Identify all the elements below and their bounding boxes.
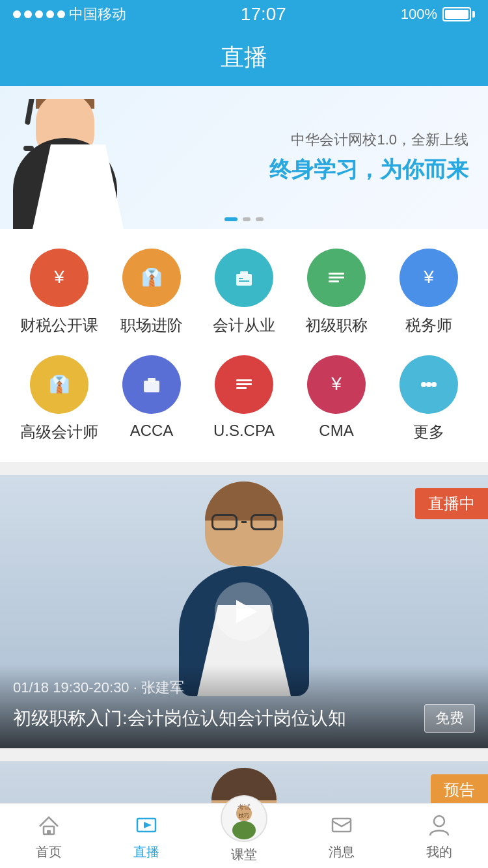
svg-rect-29	[332, 819, 351, 832]
live-label: 直播	[133, 843, 159, 861]
signal-dot	[46, 10, 54, 18]
svg-point-30	[434, 816, 444, 826]
nav-bar: 直播	[0, 29, 488, 86]
home-label: 首页	[36, 843, 62, 861]
svg-text:技巧: 技巧	[238, 813, 249, 819]
category-item-shuiwu[interactable]: ¥ 税务师	[386, 249, 471, 336]
caishui-label: 财税公开课	[20, 315, 98, 336]
banner-dot-1	[224, 217, 237, 221]
gaoji-label: 高级会计师	[20, 422, 98, 442]
gaoji-icon: 👔	[30, 355, 88, 414]
more-icon	[400, 355, 458, 414]
svg-rect-6	[329, 273, 344, 275]
category-item-chuji[interactable]: 初级职称	[294, 249, 379, 336]
battery-percent: 100%	[401, 6, 437, 23]
status-bar: 中国移动 17:07 100%	[0, 0, 488, 29]
video-title-row: 初级职称入门:会计岗位认知会计岗位认知 免费	[13, 704, 475, 733]
banner-pagination	[224, 217, 264, 221]
play-icon	[236, 600, 257, 623]
uscpa-label: U.S.CPA	[213, 422, 275, 440]
nav-item-classroom[interactable]: 考试 技巧 课堂	[195, 804, 293, 868]
svg-rect-12	[148, 378, 156, 382]
preview-badge: 预告	[431, 774, 488, 806]
nav-item-message[interactable]: 消息	[293, 804, 390, 868]
acca-label: ACCA	[130, 422, 174, 440]
svg-text:¥: ¥	[423, 267, 434, 287]
banner-dot-3	[256, 217, 264, 221]
banner-dot-2	[243, 217, 251, 221]
time-label: 17:07	[241, 4, 286, 25]
kuaiji-icon	[215, 249, 273, 307]
status-left: 中国移动	[13, 5, 126, 24]
svg-rect-7	[329, 277, 344, 278]
svg-point-18	[426, 382, 431, 387]
cma-label: CMA	[319, 422, 353, 440]
home-icon	[34, 811, 63, 839]
category-item-acca[interactable]: ACCA	[109, 355, 194, 442]
nav-item-home[interactable]: 首页	[0, 804, 98, 868]
live-badge: 直播中	[415, 488, 488, 519]
chuji-icon	[307, 249, 366, 307]
video-title: 初级职称入门:会计岗位认知会计岗位认知	[13, 706, 414, 731]
svg-text:👔: 👔	[141, 267, 163, 288]
category-item-uscpa[interactable]: U.S.CPA	[202, 355, 286, 442]
classroom-avatar: 考试 技巧	[221, 795, 267, 842]
profile-icon	[425, 811, 454, 839]
svg-text:¥: ¥	[331, 373, 342, 394]
signal-dot	[13, 10, 21, 18]
video-info: 01/18 19:30-20:30 · 张建军 初级职称入门:会计岗位认知会计岗…	[0, 665, 488, 748]
cma-icon: ¥	[307, 355, 366, 414]
category-item-gaoji[interactable]: 👔 高级会计师	[17, 355, 102, 442]
shuiwu-icon: ¥	[400, 249, 458, 307]
chuji-label: 初级职称	[305, 315, 368, 336]
svg-point-26	[232, 821, 256, 839]
page-title: 直播	[221, 42, 267, 74]
category-row-2: 👔 高级会计师 ACCA U.S.CPA	[13, 355, 475, 442]
signal-dots	[13, 10, 65, 18]
svg-rect-4	[239, 278, 243, 279]
nav-item-profile[interactable]: 我的	[390, 804, 488, 868]
more-label: 更多	[413, 422, 444, 442]
category-row-1: ¥ 财税公开课 👔 职场进阶 会计从业	[13, 249, 475, 336]
free-badge: 免费	[424, 704, 475, 733]
banner-person	[0, 99, 143, 229]
svg-rect-14	[236, 383, 252, 385]
svg-rect-15	[236, 387, 247, 389]
banner-section[interactable]: 中华会计网校1.0，全新上线 终身学习，为你而来	[0, 86, 488, 229]
nav-item-live[interactable]: 直播	[98, 804, 195, 868]
play-button[interactable]	[215, 582, 273, 641]
kuaiji-label: 会计从业	[213, 315, 275, 336]
category-item-zhichang[interactable]: 👔 职场进阶	[109, 249, 194, 336]
banner-text: 中华会计网校1.0，全新上线 终身学习，为你而来	[269, 130, 468, 185]
signal-dot	[57, 10, 65, 18]
uscpa-icon	[215, 355, 273, 414]
svg-marker-23	[144, 822, 152, 828]
message-icon	[327, 811, 356, 839]
live-video-section[interactable]: 直播中 01/18 19:30-20:30 · 张建军 初级职称入门:会计岗位认…	[0, 475, 488, 748]
category-item-caishui[interactable]: ¥ 财税公开课	[17, 249, 102, 336]
message-label: 消息	[329, 843, 355, 861]
live-icon	[132, 811, 161, 839]
signal-dot	[24, 10, 32, 18]
svg-point-19	[431, 382, 437, 387]
category-item-kuaiji[interactable]: 会计从业	[202, 249, 286, 336]
signal-dot	[35, 10, 43, 18]
svg-rect-8	[329, 280, 339, 282]
zhichang-label: 职场进阶	[120, 315, 183, 336]
classroom-label: 课堂	[231, 846, 257, 863]
zhichang-icon: 👔	[122, 249, 181, 307]
svg-text:👔: 👔	[49, 373, 70, 394]
svg-rect-2	[236, 274, 252, 286]
caishui-icon: ¥	[30, 249, 88, 307]
banner-subtitle: 中华会计网校1.0，全新上线	[269, 130, 468, 150]
shuiwu-label: 税务师	[405, 315, 452, 336]
category-item-cma[interactable]: ¥ CMA	[294, 355, 379, 442]
acca-icon	[122, 355, 181, 414]
category-item-more[interactable]: 更多	[386, 355, 471, 442]
svg-rect-13	[236, 379, 252, 381]
svg-rect-11	[144, 381, 159, 392]
svg-point-17	[421, 382, 426, 387]
status-right: 100%	[401, 6, 475, 23]
video-meta: 01/18 19:30-20:30 · 张建军	[13, 678, 475, 698]
carrier-label: 中国移动	[69, 5, 126, 24]
